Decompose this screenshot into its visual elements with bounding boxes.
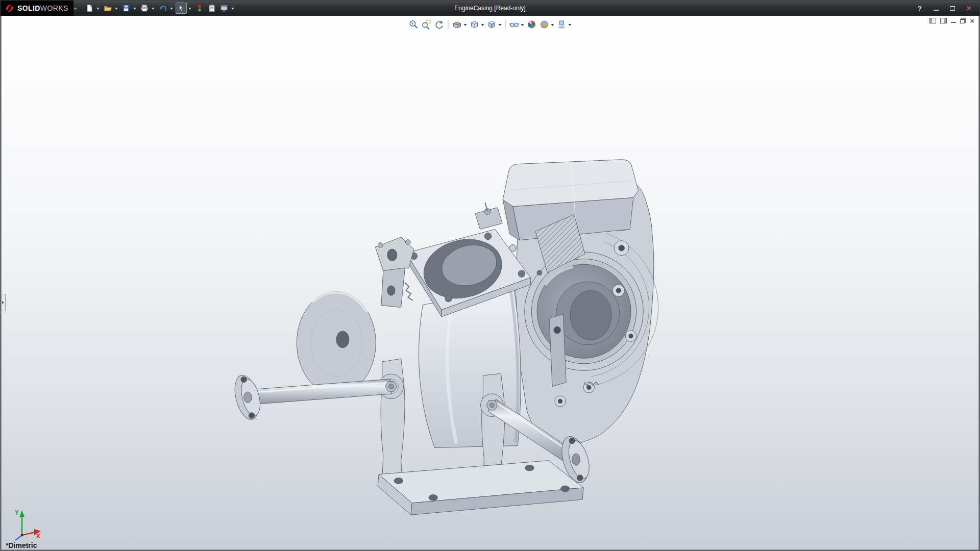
options-window-icon (220, 4, 228, 12)
selection-filter-toggle[interactable] (194, 3, 205, 14)
model-geometry (231, 160, 658, 515)
engine-casing-model[interactable] (2, 16, 978, 549)
open-button[interactable] (102, 3, 113, 14)
file-properties-button[interactable] (206, 3, 217, 14)
new-document-icon (85, 4, 93, 12)
brand-text: SOLIDWORKS (17, 4, 68, 12)
graphics-area[interactable]: × (1, 16, 979, 550)
titlebar-toolbar (84, 3, 236, 14)
orientation-label: *Dimetric (6, 541, 37, 549)
titlebar-window-controls: ? × (914, 3, 979, 14)
save-disk-icon (122, 4, 130, 12)
reference-triad: Y X (6, 506, 43, 542)
options-button[interactable] (218, 3, 230, 14)
undo-arrow-icon (159, 4, 167, 12)
solidworks-logo: SOLIDWORKS (1, 1, 74, 16)
open-dropdown-caret[interactable] (115, 8, 118, 11)
save-button[interactable] (120, 3, 132, 14)
printer-icon (140, 4, 149, 12)
logo-plate-notch-icon: ▸ (75, 6, 77, 11)
close-button[interactable]: × (963, 3, 974, 14)
close-icon: × (967, 6, 971, 11)
print-button[interactable] (139, 3, 150, 14)
undo-dropdown-caret[interactable] (170, 8, 173, 11)
brand-works: WORKS (40, 4, 68, 12)
select-tool-button[interactable] (176, 3, 187, 14)
solidworks-window: SOLIDWORKS ▸ (0, 0, 980, 551)
select-cursor-icon (177, 4, 185, 12)
undo-button[interactable] (157, 3, 168, 14)
title-bar: SOLIDWORKS ▸ (1, 1, 979, 16)
clipboard-icon (208, 4, 216, 12)
select-dropdown-caret[interactable] (188, 8, 191, 11)
minimize-icon (934, 6, 939, 11)
maximize-button[interactable] (947, 3, 958, 14)
maximize-icon (950, 6, 955, 11)
dassault-3ds-swirl-icon (5, 3, 15, 13)
triad-x-label: X (36, 533, 40, 540)
triad-y-label: Y (15, 509, 19, 516)
new-document-button[interactable] (84, 3, 95, 14)
red-green-toggle-icon (195, 4, 204, 12)
help-icon: ? (918, 5, 922, 12)
new-dropdown-caret[interactable] (96, 8, 100, 11)
open-folder-icon (104, 4, 112, 12)
options-dropdown-caret[interactable] (231, 8, 234, 11)
save-dropdown-caret[interactable] (133, 8, 136, 11)
minimize-button[interactable] (930, 3, 942, 14)
help-button[interactable]: ? (914, 3, 925, 14)
print-dropdown-caret[interactable] (152, 8, 155, 11)
brand-solid: SOLID (17, 4, 40, 12)
